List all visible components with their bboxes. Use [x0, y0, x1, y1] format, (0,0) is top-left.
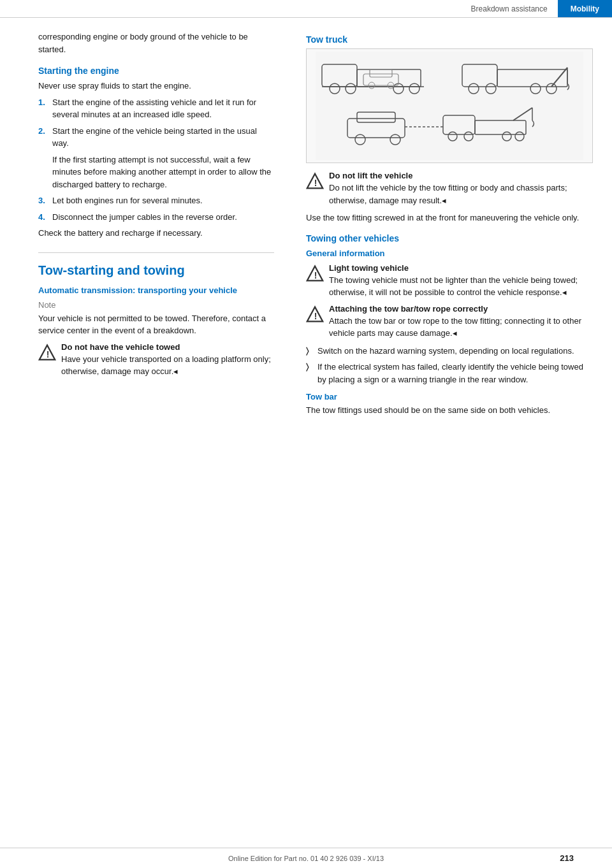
svg-text:!: ! [314, 178, 317, 188]
step-text: Let both engines run for several minutes… [52, 194, 203, 207]
right-column: Tow truck [293, 24, 612, 427]
active-label: Mobility [558, 0, 612, 17]
intro-text: corresponding engine or body ground of t… [38, 31, 274, 55]
step-number: 4. [38, 211, 52, 224]
list-item: 〉 Switch on the hazard warning system, d… [306, 345, 593, 358]
step-number: 1. [38, 96, 52, 121]
starting-engine-intro: Never use spray fluids to start the engi… [38, 80, 274, 92]
warning-light-tow-title: Light towing vehicle [329, 263, 593, 273]
warning-no-lift-text: Do not lift the vehicle by the tow fitti… [329, 182, 593, 206]
step-number: 2. [38, 125, 52, 150]
step-text: Start the engine of the vehicle being st… [52, 125, 274, 150]
warning-light-tow: ! Light towing vehicle The towing vehicl… [306, 263, 593, 299]
warning-triangle-icon-2: ! [306, 172, 324, 190]
warning-triangle-icon: ! [38, 344, 56, 361]
warning-attach-tow-content: Attaching the tow bar/tow rope correctly… [329, 304, 593, 340]
warning-no-tow-title: Do not have the vehicle towed [61, 342, 274, 352]
step-number [38, 154, 52, 191]
auto-trans-heading: Automatic transmission: transporting you… [38, 286, 274, 295]
footer-text: Online Edition for Part no. 01 40 2 926 … [228, 855, 384, 862]
use-tow-text: Use the tow fitting screwed in at the fr… [306, 212, 593, 224]
page-header: Breakdown assistance Mobility [0, 0, 612, 18]
tow-bar-heading: Tow bar [306, 392, 593, 401]
svg-rect-2 [316, 52, 583, 160]
warning-no-lift-title: Do not lift the vehicle [329, 171, 593, 180]
warning-attach-tow-title: Attaching the tow bar/tow rope correctly [329, 304, 593, 314]
chevron-right-icon-2: 〉 [306, 361, 317, 373]
warning-light-tow-content: Light towing vehicle The towing vehicle … [329, 263, 593, 299]
list-item: 〉 If the electrical system has failed, c… [306, 361, 593, 386]
bullet-text-2: If the electrical system has failed, cle… [317, 361, 593, 386]
left-column: corresponding engine or body ground of t… [0, 24, 293, 427]
starting-steps-list: 1. Start the engine of the assisting veh… [38, 96, 274, 224]
step-text: Disconnect the jumper cables in the reve… [52, 211, 237, 224]
step-text: Start the engine of the assisting vehicl… [52, 96, 274, 121]
list-item: If the first starting attempt is not suc… [38, 154, 274, 191]
main-content: corresponding engine or body ground of t… [0, 18, 612, 427]
towing-bullets: 〉 Switch on the hazard warning system, d… [306, 345, 593, 386]
tow-truck-heading: Tow truck [306, 34, 593, 45]
list-item: 3. Let both engines run for several minu… [38, 194, 274, 207]
warning-no-tow-content: Do not have the vehicle towed Have your … [61, 342, 274, 378]
warning-triangle-icon-3: ! [306, 264, 324, 282]
list-item: 4. Disconnect the jumper cables in the r… [38, 211, 274, 224]
general-info-heading: General information [306, 249, 593, 258]
warning-attach-tow: ! Attaching the tow bar/tow rope correct… [306, 304, 593, 340]
warning-light-tow-text: The towing vehicle must not be lighter t… [329, 274, 593, 299]
svg-text:!: ! [47, 349, 50, 359]
warning-no-tow: ! Do not have the vehicle towed Have you… [38, 342, 274, 378]
check-battery-text: Check the battery and recharge if necess… [38, 227, 274, 240]
warning-no-tow-text: Have your vehicle transported on a loadi… [61, 353, 274, 378]
svg-text:!: ! [314, 310, 317, 321]
list-item: 1. Start the engine of the assisting veh… [38, 96, 274, 121]
breadcrumb: Breakdown assistance Mobility [461, 0, 612, 17]
warning-attach-tow-text: Attach the tow bar or tow rope to the to… [329, 315, 593, 340]
note-text: Your vehicle is not permitted to be towe… [38, 312, 274, 337]
svg-text:!: ! [314, 270, 317, 280]
tow-bar-text: The tow fittings used should be on the s… [306, 404, 593, 417]
tow-starting-heading: Tow-starting and towing [38, 252, 274, 278]
note-label: Note [38, 300, 274, 310]
step-number: 3. [38, 194, 52, 207]
warning-no-lift: ! Do not lift the vehicle Do not lift th… [306, 171, 593, 206]
footer: Online Edition for Part no. 01 40 2 926 … [0, 848, 612, 868]
page-number: 213 [560, 853, 574, 863]
towing-other-heading: Towing other vehicles [306, 233, 593, 243]
warning-triangle-icon-4: ! [306, 305, 324, 323]
list-item: 2. Start the engine of the vehicle being… [38, 125, 274, 150]
step-text: If the first starting attempt is not suc… [52, 154, 274, 191]
section-label: Breakdown assistance [461, 0, 558, 17]
starting-engine-heading: Starting the engine [38, 66, 274, 76]
chevron-right-icon: 〉 [306, 345, 317, 358]
warning-no-lift-content: Do not lift the vehicle Do not lift the … [329, 171, 593, 206]
tow-truck-image [306, 48, 593, 163]
bullet-text: Switch on the hazard warning system, dep… [317, 345, 574, 358]
